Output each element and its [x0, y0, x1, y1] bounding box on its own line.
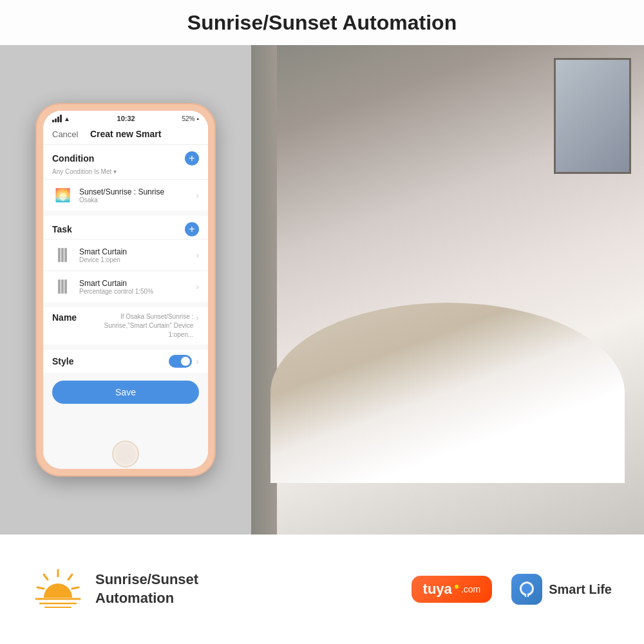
sunrise-icon: 🌅: [52, 185, 73, 205]
condition-header: Condition +: [43, 145, 208, 168]
condition-item[interactable]: 🌅 Sunset/Sunrise : Sunrise Osaka ›: [43, 179, 208, 211]
svg-line-1: [68, 574, 72, 580]
bedroom-photo: [251, 45, 644, 535]
condition-title: Condition: [52, 153, 94, 164]
condition-item-text: Sunset/Sunrise : Sunrise Osaka: [79, 187, 196, 204]
smartlife-icon: [511, 574, 542, 605]
curtain-icon-2: [52, 276, 73, 297]
tuya-logo: tuya .com: [412, 576, 493, 603]
title-bar: Sunrise/Sunset Automation: [0, 0, 644, 45]
footer-left-text: Sunrise/Sunset Automation: [95, 571, 198, 607]
condition-section: Condition + Any Condition Is Met ▾ 🌅: [43, 145, 208, 211]
cancel-button[interactable]: Cancel: [52, 129, 78, 139]
left-panel: ▲ 10:32 52% ▪ Cancel Creat new Smart: [0, 45, 251, 535]
condition-item-title: Sunset/Sunrise : Sunrise: [79, 187, 196, 196]
tuya-text: tuya: [423, 581, 452, 598]
status-bar: ▲ 10:32 52% ▪: [43, 111, 208, 125]
task-item-2-subtitle: Percentage control 1:50%: [79, 288, 196, 295]
window: [554, 58, 631, 174]
phone-home-button[interactable]: [112, 440, 139, 468]
status-time: 10:32: [117, 115, 135, 122]
task-item-2-text: Smart Curtain Percentage control 1:50%: [79, 279, 196, 295]
task-add-button[interactable]: +: [185, 222, 199, 236]
name-value: If Osaka Sunset/Sunrise : Sunrise,"Smart…: [90, 312, 193, 339]
style-toggle[interactable]: [169, 355, 192, 368]
tuya-com-text: .com: [461, 584, 480, 594]
nav-title: Creat new Smart: [90, 129, 161, 139]
name-chevron-icon: ›: [196, 312, 199, 323]
task-item-1-subtitle: Device 1:open: [79, 256, 196, 263]
main-content: ▲ 10:32 52% ▪ Cancel Creat new Smart: [0, 45, 644, 535]
task-item-1-chevron-icon: ›: [196, 250, 199, 260]
phone-mockup: ▲ 10:32 52% ▪ Cancel Creat new Smart: [35, 103, 216, 477]
status-left: ▲: [52, 115, 70, 122]
save-button[interactable]: Save: [52, 381, 199, 404]
sun-large-icon: [32, 567, 84, 612]
task-item-2[interactable]: Smart Curtain Percentage control 1:50% ›: [43, 270, 208, 302]
battery-percent: 52%: [182, 115, 194, 122]
style-section: Style ›: [43, 350, 208, 373]
svg-line-4: [37, 587, 44, 589]
task-item-1-text: Smart Curtain Device 1:open: [79, 247, 196, 263]
nav-bar: Cancel Creat new Smart: [43, 125, 208, 145]
style-label: Style: [52, 356, 169, 366]
task-item-1[interactable]: Smart Curtain Device 1:open ›: [43, 239, 208, 270]
page-title: Sunrise/Sunset Automation: [187, 11, 457, 35]
wifi-icon: ▲: [64, 115, 70, 122]
task-item-2-chevron-icon: ›: [196, 281, 199, 292]
condition-item-subtitle: Osaka: [79, 196, 196, 204]
task-title: Task: [52, 224, 72, 234]
footer-right: tuya .com Smart Life: [412, 574, 612, 605]
signal-icon: [52, 115, 62, 122]
name-label: Name: [52, 312, 77, 323]
condition-subtitle[interactable]: Any Condition Is Met ▾: [43, 168, 208, 179]
condition-item-chevron-icon: ›: [196, 190, 199, 200]
task-item-1-title: Smart Curtain: [79, 247, 196, 256]
smartlife-logo: Smart Life: [511, 574, 612, 605]
footer-left: Sunrise/Sunset Automation: [32, 567, 386, 612]
curtain-icon-1: [52, 245, 73, 265]
smartlife-text: Smart Life: [549, 582, 612, 597]
footer: Sunrise/Sunset Automation tuya .com Smar…: [0, 535, 644, 644]
task-item-2-title: Smart Curtain: [79, 279, 196, 288]
phone-content: Condition + Any Condition Is Met ▾ 🌅: [43, 145, 208, 469]
phone-screen-inner: ▲ 10:32 52% ▪ Cancel Creat new Smart: [43, 111, 208, 469]
status-right: 52% ▪: [182, 115, 199, 122]
person-silhouette: [270, 303, 625, 483]
svg-line-3: [44, 574, 48, 580]
task-section: Task +: [43, 216, 208, 302]
task-header: Task +: [43, 216, 208, 239]
style-chevron-icon: ›: [196, 356, 199, 366]
battery-icon: ▪: [196, 115, 199, 122]
bedroom-scene: [251, 45, 644, 535]
tuya-dot: [455, 585, 459, 589]
condition-add-button[interactable]: +: [185, 151, 199, 166]
svg-line-2: [72, 587, 79, 589]
name-section: Name If Osaka Sunset/Sunrise : Sunrise,"…: [43, 307, 208, 345]
name-row[interactable]: Name If Osaka Sunset/Sunrise : Sunrise,"…: [43, 307, 208, 345]
